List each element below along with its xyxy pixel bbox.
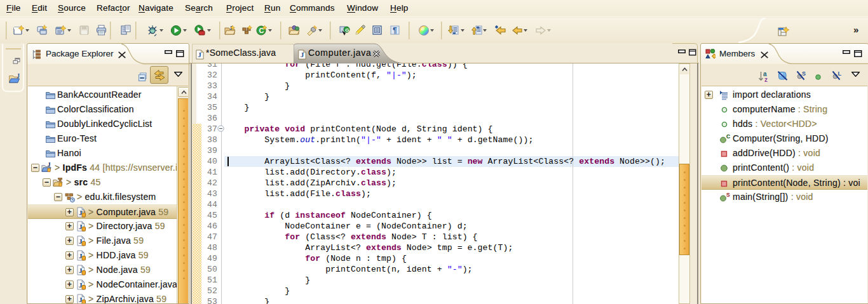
svg-text:G: G: [345, 27, 349, 33]
svg-text:L: L: [838, 70, 842, 77]
svg-text:z: z: [764, 76, 768, 83]
svg-text:S: S: [726, 192, 730, 198]
svg-text:¶: ¶: [393, 26, 397, 35]
svg-text:J: J: [198, 51, 201, 58]
svg-text:J: J: [301, 51, 304, 58]
svg-text:S: S: [802, 70, 806, 77]
svg-text:C: C: [726, 133, 730, 140]
svg-text:J: J: [17, 74, 20, 79]
svg-text:J: J: [48, 162, 51, 168]
